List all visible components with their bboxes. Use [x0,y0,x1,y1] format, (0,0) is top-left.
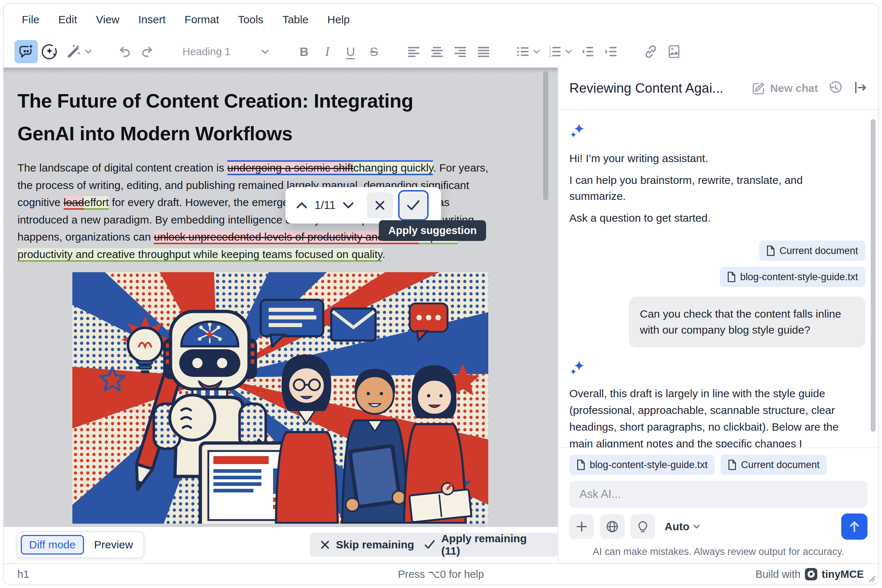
context-chip-current-document[interactable]: Current document [759,241,865,261]
ai-shortcuts-button[interactable] [38,40,61,63]
chat-history-button[interactable] [828,80,843,97]
collapse-sidebar-button[interactable] [853,80,867,96]
outdent-button[interactable] [576,40,599,63]
numbered-list-button[interactable]: 123 [544,40,576,63]
strikethrough-button[interactable]: S [362,40,385,63]
context-chip-label: Current document [780,245,858,256]
add-attachment-button[interactable] [569,514,594,539]
apply-suggestion-tooltip: Apply suggestion [379,220,486,241]
input-chip-label: blog-content-style-guide.txt [590,459,708,471]
model-selector-value: Auto [664,520,689,533]
brand-name: tinyMCE [822,568,864,580]
document-paragraph: The landscape of digital content creatio… [18,159,543,263]
underline-label: U [339,45,362,59]
menu-insert[interactable]: Insert [129,9,175,30]
align-center-button[interactable] [425,40,449,63]
apply-remaining-button[interactable]: Apply remaining (11) [414,533,558,557]
align-left-icon [406,44,421,59]
bold-button[interactable]: B [292,40,316,63]
ask-ai-input[interactable] [569,481,867,508]
ai-sparkle-circle-icon [41,43,58,60]
magic-wand-button[interactable] [61,40,96,63]
menu-table[interactable]: Table [273,9,318,30]
indent-button[interactable] [599,40,622,63]
menu-format[interactable]: Format [175,9,229,30]
apply-remaining-label: Apply remaining (11) [441,532,547,557]
review-strip: Diff mode Preview Skip remaining Apply r… [4,527,558,563]
chat-scrollbar[interactable] [871,119,876,432]
envelope-motif [331,309,376,340]
undo-icon [116,44,132,60]
image-icon [666,44,682,60]
skip-remaining-label: Skip remaining [336,538,414,551]
apply-suggestion-button[interactable] [398,190,429,220]
menu-bar: File Edit View Insert Format Tools Table… [4,4,878,36]
collapse-panel-icon [853,80,867,95]
input-chip-style-guide[interactable]: blog-content-style-guide.txt [569,454,715,475]
menu-help[interactable]: Help [318,9,359,30]
suggestion-counter: 1/11 [314,199,335,212]
web-search-button[interactable] [600,514,625,539]
user-message-bubble: Can you check that the content falls inl… [629,297,865,347]
menu-tools[interactable]: Tools [229,9,273,30]
paragraph-text: The landscape of digital content creatio… [18,162,227,174]
paragraph-text: . [382,248,385,260]
ideas-button[interactable] [630,514,655,539]
diff-mode-button[interactable]: Diff mode [21,535,84,555]
skip-remaining-button[interactable]: Skip remaining [310,533,424,557]
align-justify-icon [476,44,491,59]
brand-prefix: Build with [756,568,801,580]
selected-suggestion[interactable]: undergoing a seismic shiftchanging quick… [227,160,433,175]
history-icon [828,80,843,96]
insert-image-button[interactable] [663,40,686,63]
paragraph-text: cognitive [18,196,64,208]
document-icon [728,459,736,470]
check-icon [424,540,436,550]
assistant-greeting-line: Ask a question to get started. [569,210,865,226]
new-chat-button[interactable]: New chat [751,81,818,96]
redo-button[interactable] [136,40,159,63]
undo-button[interactable] [113,40,136,63]
close-icon [320,540,330,550]
tracked-deletion: undergoing a seismic shift [227,162,353,174]
menu-file[interactable]: File [12,9,49,30]
italic-button[interactable]: I [316,40,339,63]
editor-canvas[interactable]: The Future of Content Creation: Integrat… [4,68,558,527]
preview-mode-button[interactable]: Preview [87,536,140,554]
chevron-down-icon [342,201,355,209]
chevron-down-icon [261,49,269,54]
document-page[interactable]: The Future of Content Creation: Integrat… [4,68,558,527]
underline-button[interactable]: U [339,40,362,63]
ai-sparkle-icon [569,122,587,140]
bullet-list-button[interactable] [512,40,544,63]
send-button[interactable] [841,513,867,540]
ai-chat-bubble-icon [18,43,35,60]
next-suggestion-button[interactable] [338,195,359,216]
previous-suggestion-button[interactable] [291,195,312,216]
conversation-title: Reviewing Content Agai... [569,81,742,96]
menu-edit[interactable]: Edit [49,9,87,30]
align-right-button[interactable] [449,40,472,63]
insert-link-button[interactable] [639,40,663,63]
assistant-greeting-line: I can help you brainstorm, rewrite, tran… [569,172,856,204]
toolbar: Heading 1 B I U S [4,36,878,68]
ai-assistant-button[interactable] [15,40,38,63]
align-justify-button[interactable] [472,40,495,63]
status-bar: h1 Press ⌥0 for help Build with tinyMCE [4,563,878,584]
assistant-reply: Overall, this draft is largely in line w… [569,385,862,447]
reject-suggestion-button[interactable] [367,192,393,218]
ai-assistant-sidebar: Reviewing Content Agai... New chat [558,68,878,563]
menu-view[interactable]: View [87,9,129,30]
document-illustration[interactable] [72,272,488,524]
input-chip-current-document[interactable]: Current document [721,454,827,475]
resize-grip[interactable] [867,574,876,582]
element-path: h1 [18,568,29,580]
model-selector[interactable]: Auto [664,520,700,533]
format-select-value: Heading 1 [182,46,230,58]
editor-scrollbar[interactable] [543,71,548,200]
document-title: The Future of Content Creation: Integrat… [18,84,543,150]
align-left-button[interactable] [402,40,425,63]
new-chat-label: New chat [770,82,818,94]
context-chip-style-guide[interactable]: blog-content-style-guide.txt [720,267,865,287]
format-select[interactable]: Heading 1 [176,40,276,63]
